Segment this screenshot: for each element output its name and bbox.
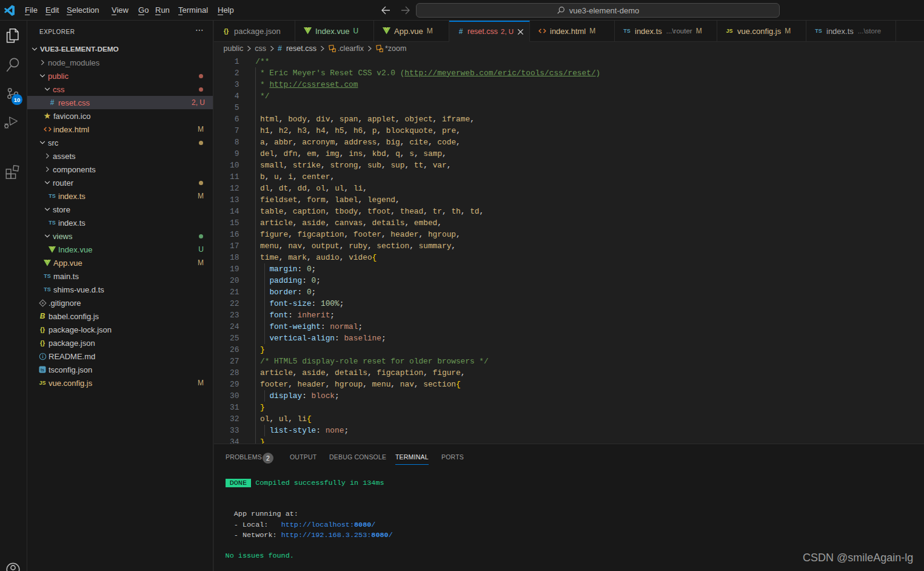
svg-text:ts: ts	[41, 368, 44, 372]
